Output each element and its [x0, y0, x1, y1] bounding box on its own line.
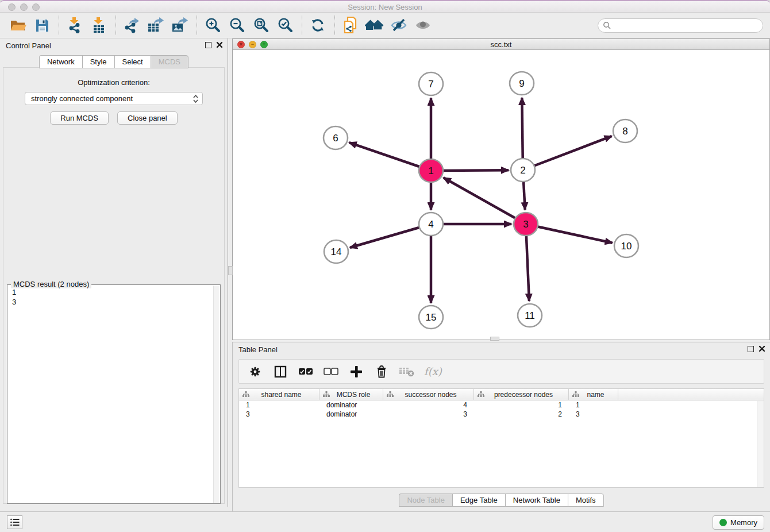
- show-all-icon[interactable]: [413, 16, 433, 34]
- export-image-icon[interactable]: [170, 16, 190, 34]
- tab-node-table[interactable]: Node Table: [399, 494, 452, 507]
- zoom-out-icon[interactable]: [227, 16, 247, 34]
- table-cell[interactable]: 1: [569, 401, 618, 409]
- table-row[interactable]: 3dominator323: [239, 410, 764, 419]
- copy-current-style-icon[interactable]: [341, 16, 360, 34]
- table-cell[interactable]: 2: [474, 410, 569, 418]
- table-cell[interactable]: 4: [383, 401, 474, 409]
- panel-splitter-handle[interactable]: [228, 266, 233, 275]
- graph-node-2[interactable]: 2: [511, 159, 535, 182]
- table-cell[interactable]: 3: [383, 410, 474, 418]
- close-panel-button[interactable]: Close panel: [117, 111, 178, 125]
- search-input[interactable]: [611, 20, 763, 32]
- table-cell[interactable]: 3: [239, 410, 319, 418]
- float-panel-icon[interactable]: [205, 42, 211, 48]
- reset-view-icon[interactable]: [365, 16, 384, 34]
- column-header-shared-name[interactable]: shared name: [239, 389, 319, 400]
- import-network-icon[interactable]: [65, 16, 84, 34]
- mcds-result-scrollbar[interactable]: [213, 286, 220, 503]
- graph-node-label: 8: [622, 126, 627, 137]
- delete-column-icon[interactable]: [374, 364, 390, 380]
- table-cell[interactable]: dominator: [319, 410, 383, 418]
- add-column-icon[interactable]: [348, 364, 364, 380]
- control-panel-tabs: NetworkStyleSelectMCDS: [0, 55, 228, 68]
- close-panel-icon[interactable]: [216, 41, 223, 48]
- table-cell[interactable]: 1: [474, 401, 569, 409]
- optimization-criterion-label: Optimization criterion:: [3, 78, 224, 87]
- tab-style[interactable]: Style: [82, 55, 114, 68]
- export-table-icon[interactable]: [146, 16, 165, 34]
- import-table-icon[interactable]: [89, 16, 109, 34]
- refresh-icon[interactable]: [308, 16, 328, 34]
- column-header-successor-nodes[interactable]: successor nodes: [383, 389, 474, 400]
- network-minimize-button[interactable]: −: [249, 41, 256, 48]
- table-cell[interactable]: dominator: [319, 401, 383, 409]
- network-canvas[interactable]: 7968124314101511: [233, 50, 769, 340]
- float-table-panel-icon[interactable]: [748, 346, 754, 352]
- criterion-select[interactable]: strongly connected component: [25, 92, 203, 105]
- window-titlebar: Session: New Session: [0, 0, 770, 13]
- table-toolbar: f(x): [238, 359, 764, 384]
- memory-button[interactable]: Memory: [713, 515, 764, 530]
- graph-edge-3-1[interactable]: [444, 178, 526, 224]
- save-session-icon[interactable]: [32, 16, 52, 34]
- deselect-all-icon[interactable]: [323, 364, 339, 380]
- network-zoom-button[interactable]: +: [260, 41, 268, 48]
- table-panel: Table Panel: [232, 342, 770, 511]
- memory-status-icon: [719, 519, 727, 526]
- tab-select[interactable]: Select: [114, 55, 151, 68]
- task-history-button[interactable]: [7, 515, 22, 529]
- graph-node-label: 9: [519, 78, 524, 89]
- search-icon: [603, 21, 611, 30]
- table-row[interactable]: 1dominator411: [239, 400, 764, 410]
- zoom-in-icon[interactable]: [203, 16, 222, 34]
- graph-node-8[interactable]: 8: [613, 119, 637, 142]
- network-close-button[interactable]: ×: [237, 41, 245, 48]
- table-cell[interactable]: 1: [239, 401, 319, 409]
- graph-node-4[interactable]: 4: [419, 213, 443, 236]
- graph-node-10[interactable]: 10: [614, 234, 638, 257]
- search-box[interactable]: [598, 18, 763, 33]
- hide-selected-icon[interactable]: [389, 16, 409, 34]
- graph-edge-1-6[interactable]: [349, 142, 431, 171]
- graph-node-1[interactable]: 1: [419, 159, 443, 182]
- attribute-tree-icon: [242, 391, 249, 398]
- graph-node-label: 11: [525, 310, 535, 321]
- table-settings-icon[interactable]: [247, 364, 263, 380]
- horizontal-splitter-handle[interactable]: [490, 337, 499, 341]
- tab-network-table[interactable]: Network Table: [505, 494, 568, 507]
- open-session-icon[interactable]: [8, 16, 28, 34]
- select-all-icon[interactable]: [298, 364, 314, 380]
- criterion-selected-value: strongly connected component: [31, 94, 133, 103]
- run-mcds-button[interactable]: Run MCDS: [50, 111, 109, 125]
- mcds-result-title: MCDS result (2 nodes): [11, 280, 91, 288]
- column-header-name[interactable]: name: [569, 389, 618, 400]
- graph-edge-2-8[interactable]: [523, 136, 612, 170]
- graph-node-14[interactable]: 14: [324, 240, 348, 263]
- control-panel: Control Panel NetworkStyleSelectMCDS Opt…: [0, 38, 228, 507]
- table-scrollbar[interactable]: [757, 401, 764, 487]
- graph-node-label: 7: [428, 79, 433, 90]
- graph-edge-3-10[interactable]: [526, 224, 613, 243]
- tab-motifs[interactable]: Motifs: [568, 494, 604, 507]
- graph-node-11[interactable]: 11: [518, 304, 542, 327]
- column-header-MCDS-role[interactable]: MCDS role: [319, 389, 383, 400]
- column-header-predecessor-nodes[interactable]: predecessor nodes: [474, 389, 569, 400]
- network-window-titlebar: × − + scc.txt: [233, 39, 769, 50]
- graph-node-3[interactable]: 3: [514, 213, 538, 236]
- memory-label: Memory: [730, 518, 757, 527]
- table-body: 1dominator4113dominator323: [239, 400, 764, 419]
- tab-edge-table[interactable]: Edge Table: [452, 494, 505, 507]
- zoom-selected-icon[interactable]: [275, 16, 295, 34]
- export-network-icon[interactable]: [122, 16, 141, 34]
- tab-network[interactable]: Network: [39, 55, 82, 68]
- close-table-panel-icon[interactable]: [759, 345, 765, 352]
- zoom-fit-icon[interactable]: [251, 16, 271, 34]
- graph-node-15[interactable]: 15: [419, 306, 443, 329]
- split-columns-icon[interactable]: [272, 364, 288, 380]
- graph-node-6[interactable]: 6: [324, 126, 348, 149]
- table-cell[interactable]: 3: [569, 410, 618, 418]
- graph-node-9[interactable]: 9: [510, 72, 534, 95]
- tab-mcds[interactable]: MCDS: [151, 55, 188, 68]
- graph-node-7[interactable]: 7: [419, 72, 443, 95]
